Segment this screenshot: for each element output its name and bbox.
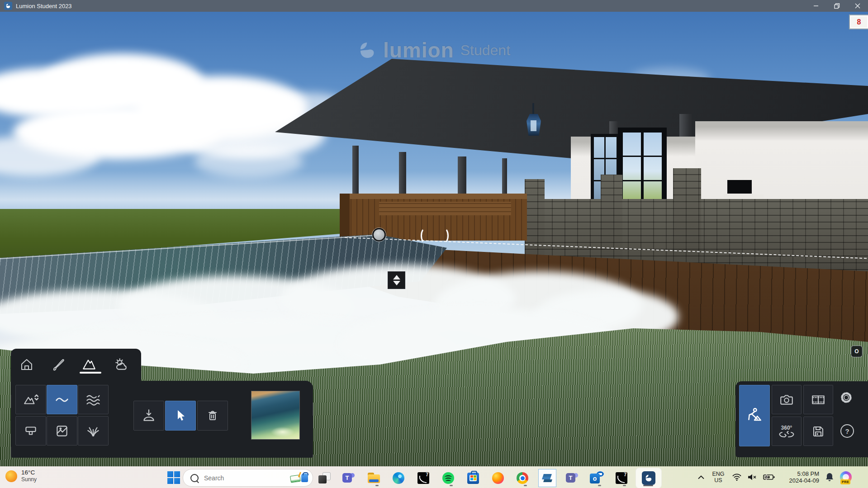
taskbar-rhino7[interactable]: 7 [414,469,432,487]
active-indicator [643,485,653,486]
notification-bell-icon[interactable] [825,473,834,482]
arrow-up-icon [393,275,400,280]
lumion-icon [642,471,655,485]
taskbar-teams[interactable]: T [340,469,358,487]
help-button[interactable]: ? [840,424,854,438]
save-button[interactable] [803,417,833,446]
taskbar-microsoft-store[interactable] [464,469,482,487]
panorama-360-button[interactable]: 360° [772,417,802,446]
photo-mode-button[interactable] [772,385,802,414]
taskbar-modeling-app[interactable] [538,469,556,487]
restore-button[interactable] [826,0,847,12]
title-bar[interactable]: Lumion Student 2023 [0,0,868,12]
weather-condition: Sunny [21,476,37,483]
side-panel-toggle[interactable]: O [851,346,863,357]
lumion-app-icon [4,2,12,10]
watermark-brand: lumion [383,38,454,62]
taskbar-rhino7-2[interactable]: 7 [612,469,631,487]
bracket-left [421,227,431,244]
copilot-pre-badge: PRE [840,479,850,484]
system-tray: ENG US 5:08 PM 2024-04-09 PRE [695,466,868,488]
spotify-icon [442,472,454,484]
search-icon [190,474,199,482]
build-mode-button[interactable] [739,385,770,446]
tray-chevron-icon[interactable] [698,475,704,479]
start-button[interactable] [167,471,180,484]
file-explorer-icon [368,473,380,483]
bench-slats [379,202,511,215]
water-control-point-handle[interactable] [372,228,386,242]
lantern-glass [531,120,536,131]
movie-mode-button[interactable] [803,385,833,414]
taskbar-teams-classic[interactable]: T [563,469,581,487]
battery-charging-icon[interactable] [763,474,775,480]
sun-icon [5,470,17,482]
window-title: Lumion Student 2023 [16,3,72,9]
minimize-button[interactable] [806,0,826,12]
language-indicator[interactable]: ENG US [711,471,726,483]
bracket-right [439,227,449,244]
tab-weather[interactable] [111,354,132,375]
modeling-app-icon [538,469,556,487]
tool-terrain-map[interactable] [47,416,77,445]
watermark-edition: Student [460,42,510,59]
lantern-rod [532,103,534,115]
water-height-handle[interactable] [388,271,405,289]
taskbar-spotify[interactable] [439,469,457,487]
search-input[interactable] [203,474,273,482]
clock[interactable]: 5:08 PM 2024-04-09 [781,470,819,484]
taskbar-outlook[interactable]: o [588,469,606,487]
news-counter-badge[interactable]: 8 [849,14,868,29]
tool-water[interactable] [47,385,77,414]
taskbar-file-explorer[interactable] [365,469,383,487]
water-bracket-handle[interactable] [421,227,449,244]
running-indicator [450,485,453,486]
tray-time: 5:08 PM [781,470,819,478]
taskbar-edge[interactable] [389,469,408,487]
counter-ledge [724,194,764,199]
search-highlight-art[interactable] [290,474,308,482]
taskbar-task-view[interactable] [315,469,333,487]
action-select[interactable] [165,401,196,431]
settings-button[interactable] [840,391,853,406]
task-view-icon [318,472,330,484]
tool-height[interactable] [15,385,46,414]
degrees-label: 360° [781,425,792,431]
rhino7-icon: 7 [417,472,429,484]
bar-top-rail [340,194,527,199]
tool-ocean[interactable] [78,385,109,414]
dark-opening [727,180,752,194]
lumion-logo-icon [358,41,377,60]
rhino7-icon: 7 [616,472,627,484]
firefox-icon [492,472,504,484]
tab-home[interactable] [16,354,37,375]
weather-temperature: 16°C [21,469,37,476]
close-button[interactable] [847,0,868,12]
action-delete[interactable] [197,401,228,431]
bar-end [340,194,350,241]
arrow-down-icon [393,281,400,285]
screen: lumion Student 8 O Lumion Student 2023 [0,0,868,488]
weather-widget[interactable]: 16°C Sunny [5,469,37,483]
lumion-watermark: lumion Student [0,38,868,62]
running-indicator [375,485,379,486]
wifi-icon[interactable] [732,474,741,481]
water-material-thumbnail[interactable] [251,391,300,440]
teams-icon: T [342,472,355,484]
action-place-water[interactable] [133,401,164,431]
copilot-icon[interactable]: PRE [840,471,852,483]
active-tab-underline [80,372,101,374]
running-indicator [623,485,626,486]
search-box[interactable] [183,469,313,487]
notebook-icon [290,475,301,483]
edge-icon [393,472,404,484]
stone-pillar [673,168,701,277]
tool-grass[interactable] [78,416,109,445]
taskbar-firefox[interactable] [489,469,507,487]
volume-muted-icon[interactable] [748,474,757,481]
running-indicator [598,485,601,486]
tool-paint[interactable] [15,416,46,445]
tab-materials-brush[interactable] [48,354,69,375]
outlook-icon: o [590,472,603,484]
taskbar-chrome[interactable] [513,469,531,487]
